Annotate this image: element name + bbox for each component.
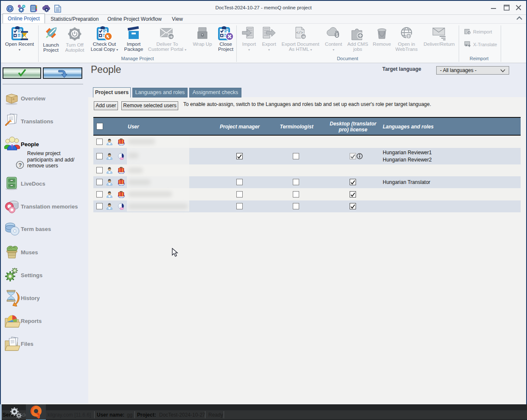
svg-text:?: ? bbox=[18, 162, 22, 168]
svg-text:?: ? bbox=[8, 6, 11, 11]
